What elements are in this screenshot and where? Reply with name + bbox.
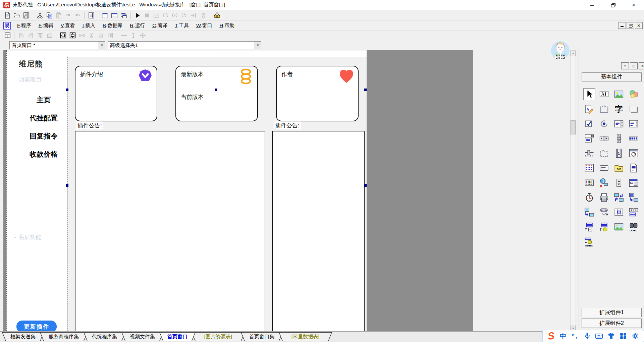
checkbox-component-tool-icon[interactable] (583, 118, 595, 130)
serial-port-tool-icon[interactable] (598, 206, 610, 218)
selection-handle[interactable] (66, 89, 68, 91)
bottom-tab[interactable]: 首页窗口 (159, 332, 196, 341)
form-nav-item[interactable]: 代挂配置 (13, 113, 74, 123)
form-design-canvas[interactable]: 维尼熊 -功能项目 主页代挂配置回复指令收款价格 -售后功能 更新插件 插件介绍… (6, 50, 367, 331)
cursor-select-tool-icon[interactable] (583, 88, 595, 100)
menu-i[interactable]: I.插入 (79, 21, 99, 30)
punctuation-icon[interactable]: °， (570, 331, 581, 341)
bottom-tab[interactable]: 代练程序集 (84, 332, 125, 341)
open-file-icon[interactable] (12, 11, 21, 20)
center-horizontal-icon[interactable] (59, 31, 67, 40)
toolbox-maximize-button[interactable]: □ (630, 62, 638, 69)
window-cascade-icon[interactable] (119, 11, 128, 20)
container-selector[interactable]: 高级选择夹1 ▼ (108, 41, 261, 49)
menu-v[interactable]: V.查看 (57, 21, 79, 30)
selection-handle[interactable] (215, 89, 217, 91)
card-author[interactable]: 作者 (276, 66, 359, 121)
update-plugin-button[interactable]: 更新插件 (16, 321, 57, 331)
group-box-tool-icon[interactable] (598, 147, 610, 159)
scrollbar-thumb[interactable] (571, 120, 576, 134)
data-grid-tool-icon[interactable] (613, 206, 625, 218)
menu-b[interactable]: B.数据库 (99, 21, 126, 30)
odbc-single-tool-icon[interactable]: ODBC (583, 236, 595, 248)
color-palette-tool-icon[interactable] (583, 177, 595, 189)
find-button-icon[interactable] (213, 11, 221, 20)
bottom-tab[interactable]: 服务商程序集 (40, 332, 88, 341)
menu-w[interactable]: W.窗口 (193, 21, 216, 30)
gauge-window-tool-icon[interactable] (628, 147, 640, 159)
selection-handle[interactable] (66, 184, 68, 187)
animation-box-tool-icon[interactable]: 1 (613, 147, 625, 159)
menu-r[interactable]: R.运行 (126, 21, 149, 30)
vertical-scrollbar[interactable]: ▲ ▼ (570, 50, 576, 331)
form-grid-toggle-icon[interactable] (3, 31, 12, 40)
run-button-icon[interactable] (133, 11, 142, 20)
chinese-mode-icon[interactable]: 中 (557, 331, 569, 341)
selection-handle[interactable] (364, 184, 367, 187)
db-navigator-tool-icon[interactable] (628, 206, 640, 218)
extended-components-2-button[interactable]: 扩展组件2 (582, 319, 642, 328)
slider-bar-tool-icon[interactable] (583, 147, 595, 159)
menu-c[interactable]: C.编译 (149, 21, 171, 30)
card-version[interactable]: 最新版本 当前版本 (175, 66, 258, 121)
card-plugin-intro[interactable]: 插件介绍 (75, 66, 157, 121)
image-chart-tool-icon[interactable] (613, 221, 625, 233)
skin-icon[interactable] (605, 331, 617, 341)
net-receive-tool-icon[interactable] (583, 206, 595, 218)
export-to-file-tool-icon[interactable] (583, 221, 595, 233)
shape-group-tool-icon[interactable] (628, 88, 640, 100)
menu-e[interactable]: E.编辑 (35, 21, 57, 30)
toolbox-grip[interactable] (582, 66, 619, 67)
basic-components-header[interactable]: 基本组件 (582, 72, 642, 81)
export-to-database-tool-icon[interactable] (598, 221, 610, 233)
progress-bar-tool-icon[interactable] (628, 132, 640, 145)
restore-button[interactable] (602, 0, 623, 10)
chevron-down-icon[interactable]: ▼ (255, 42, 261, 49)
toolbox-close-button[interactable]: × (639, 62, 644, 69)
cut-button-icon[interactable] (36, 11, 44, 20)
chevron-down-icon[interactable]: ▼ (99, 42, 105, 49)
settings-gear-icon[interactable] (630, 331, 641, 341)
panel-component-tool-icon[interactable] (628, 103, 640, 115)
mdi-minimize-button[interactable] (618, 22, 626, 29)
extended-components-1-button[interactable]: 扩展组件1 (582, 308, 642, 317)
internet-transfer-tool-icon[interactable] (598, 177, 610, 189)
announcement-box[interactable] (272, 131, 365, 331)
bottom-tab[interactable]: 框架发送集 (2, 332, 44, 341)
sogou-logo-icon[interactable]: S (545, 331, 557, 341)
timer-clock-tool-icon[interactable] (583, 191, 595, 204)
keyboard-icon[interactable] (594, 331, 605, 341)
announcement-box[interactable] (75, 131, 265, 331)
save-file-icon[interactable] (22, 11, 31, 20)
close-button[interactable]: × (623, 0, 644, 10)
minimize-button[interactable]: ─ (582, 0, 602, 10)
center-vertical-icon[interactable] (68, 31, 77, 40)
month-calendar-tool-icon[interactable] (583, 162, 595, 174)
bottom-tab[interactable]: 视频文件集 (121, 332, 163, 341)
menu-h[interactable]: H.帮助 (216, 21, 238, 30)
microphone-icon[interactable] (582, 331, 593, 341)
v-scrollbar-tool-icon[interactable] (613, 132, 625, 145)
scroll-up-icon[interactable]: ▲ (571, 51, 576, 56)
mdi-restore-button[interactable] (627, 22, 634, 29)
selection-handle[interactable] (364, 89, 367, 91)
card-edit-tool-icon[interactable] (598, 162, 610, 174)
printer-component-tool-icon[interactable] (598, 191, 610, 204)
form-nav-item[interactable]: 收款价格 (13, 150, 74, 159)
mdi-close-button[interactable]: ✕ (635, 22, 643, 29)
view-code-button-icon[interactable] (87, 11, 96, 20)
radio-button-tool-icon[interactable] (598, 118, 610, 130)
window-selector[interactable]: 首页窗口 * ▼ (9, 41, 105, 49)
bottom-tab[interactable]: [常量数据表] (279, 332, 332, 341)
odbc-dual-tool-icon[interactable]: ODBC (628, 221, 640, 233)
label-component-tool-icon[interactable]: A (598, 88, 610, 100)
window-split-horizontal-icon[interactable] (101, 11, 109, 20)
frame-cn-tool-icon[interactable]: CN (598, 103, 610, 115)
edit-box-tool-icon[interactable] (583, 103, 595, 115)
static-text-tool-icon[interactable]: 字 (613, 103, 625, 115)
toolbox-grid-icon[interactable] (618, 331, 629, 341)
net-exchange-tool-icon[interactable] (613, 191, 625, 204)
rich-edit-tool-icon[interactable] (628, 162, 640, 174)
bottom-tab[interactable]: [图片资源表] (192, 332, 245, 341)
form-nav-item[interactable]: 主页 (13, 95, 74, 105)
